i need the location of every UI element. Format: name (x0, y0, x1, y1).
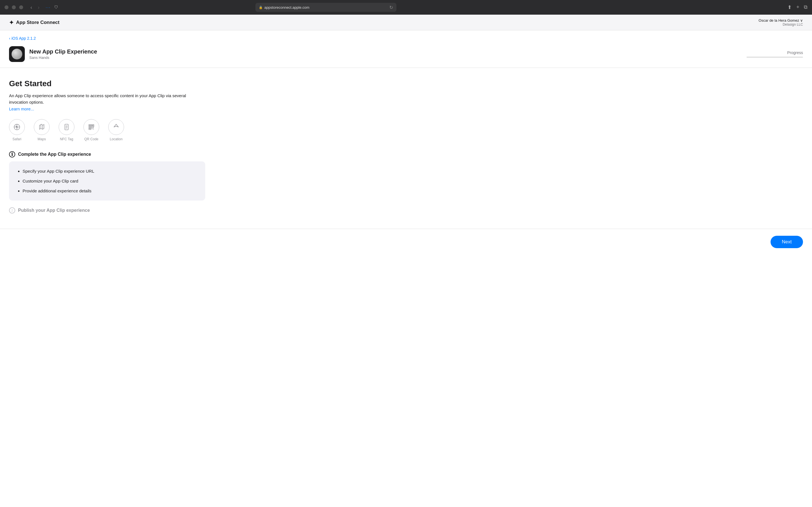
svg-rect-15 (89, 128, 91, 129)
location-label: Location (110, 137, 122, 141)
progress-section: Progress (747, 50, 803, 58)
breadcrumb-arrow: ‹ (9, 36, 10, 41)
step2-icon-text: 2 (11, 209, 13, 212)
invocation-item-location: Location (108, 119, 124, 141)
progress-bar-fill (747, 57, 749, 58)
asc-logo-text: App Store Connect (16, 20, 59, 25)
browser-close-btn[interactable] (4, 5, 8, 9)
user-name[interactable]: Oscar de la Hera Gomez ∨ (759, 18, 803, 22)
user-info: Oscar de la Hera Gomez ∨ Delasign LLC (759, 18, 803, 26)
safari-icon-circle (9, 119, 25, 135)
address-text: appstoreconnect.apple.com (264, 5, 310, 10)
invocation-item-nfc: NFC Tag (59, 119, 74, 141)
user-org: Delasign LLC (759, 22, 803, 26)
learn-more-link[interactable]: Learn more... (9, 107, 34, 111)
asc-logo[interactable]: ✦ App Store Connect (9, 19, 59, 26)
invocation-item-maps: Maps (34, 119, 50, 141)
step1-list: Specify your App Clip experience URL Cus… (17, 168, 197, 194)
step1-card: Specify your App Clip experience URL Cus… (9, 161, 205, 201)
page-title: Get Started (9, 79, 205, 88)
breadcrumb-text: iOS App 2.1.2 (11, 36, 36, 41)
nfc-label: NFC Tag (60, 137, 73, 141)
qr-label: QR Code (84, 137, 98, 141)
tabs-icon[interactable]: ⧉ (804, 4, 808, 10)
nfc-icon-circle (59, 119, 74, 135)
step1-icon: ℹ (9, 151, 15, 158)
breadcrumb-link[interactable]: ‹ iOS App 2.1.2 (9, 36, 803, 41)
progress-label: Progress (747, 50, 803, 55)
app-title: New App Clip Experience (29, 48, 97, 55)
browser-back-btn[interactable]: ‹ (29, 4, 34, 10)
asc-logo-icon: ✦ (9, 19, 14, 26)
invocation-icons: Safari Maps (9, 119, 205, 141)
invocation-item-safari: Safari (9, 119, 25, 141)
app-subtitle: Sans Hands (29, 55, 97, 60)
page-description: An App Clip experience allows someone to… (9, 93, 205, 105)
app-info-row: New App Clip Experience Sans Hands Progr… (0, 41, 812, 68)
step1-header: ℹ Complete the App Clip experience (9, 151, 205, 158)
svg-rect-13 (89, 125, 91, 126)
step1-item-3: Provide additional experience details (22, 188, 197, 194)
step1-icon-text: ℹ (11, 152, 13, 157)
app-title-group: New App Clip Experience Sans Hands (29, 48, 97, 60)
browser-nav: ‹ › (29, 4, 41, 10)
maps-icon-circle (34, 119, 50, 135)
new-tab-icon[interactable]: + (796, 4, 799, 10)
app-icon-graphic (11, 49, 22, 59)
browser-actions: ⬆ + ⧉ (788, 4, 808, 10)
browser-forward-btn[interactable]: › (36, 4, 41, 10)
browser-shield-icon: ⛉ (54, 5, 58, 10)
browser-address-bar[interactable]: 🔒 appstoreconnect.apple.com ↻ (255, 3, 396, 12)
breadcrumb-bar: ‹ iOS App 2.1.2 (0, 31, 812, 41)
browser-loading-dots: ··· (46, 5, 51, 10)
step2-icon: 2 (9, 207, 15, 214)
steps-section: ℹ Complete the App Clip experience Speci… (9, 151, 205, 201)
reload-icon[interactable]: ↻ (389, 5, 393, 10)
invocation-item-qr: QR Code (84, 119, 99, 141)
browser-chrome: ‹ › ··· ⛉ 🔒 appstoreconnect.apple.com ↻ … (0, 0, 812, 15)
asc-header: ✦ App Store Connect Oscar de la Hera Gom… (0, 15, 812, 31)
step2-header: 2 Publish your App Clip experience (9, 207, 205, 214)
svg-rect-14 (92, 125, 93, 126)
lock-icon: 🔒 (259, 6, 263, 9)
location-icon-circle (108, 119, 124, 135)
maps-label: Maps (38, 137, 46, 141)
app-icon (9, 46, 25, 62)
browser-minimize-btn[interactable] (12, 5, 16, 9)
qr-icon-circle (84, 119, 99, 135)
browser-fullscreen-btn[interactable] (19, 5, 23, 9)
footer-bar: Next (0, 229, 812, 255)
main-content: ‹ iOS App 2.1.2 New App Clip Experience … (0, 31, 812, 507)
next-button[interactable]: Next (770, 236, 803, 248)
step2-title: Publish your App Clip experience (18, 208, 90, 213)
svg-marker-3 (15, 125, 18, 128)
step1-item-1: Specify your App Clip experience URL (22, 168, 197, 174)
progress-bar-track (747, 57, 803, 58)
page-body: Get Started An App Clip experience allow… (0, 68, 214, 229)
safari-label: Safari (12, 137, 21, 141)
step1-title: Complete the App Clip experience (18, 152, 91, 157)
share-icon[interactable]: ⬆ (788, 4, 792, 10)
step1-item-2: Customize your App Clip card (22, 178, 197, 184)
